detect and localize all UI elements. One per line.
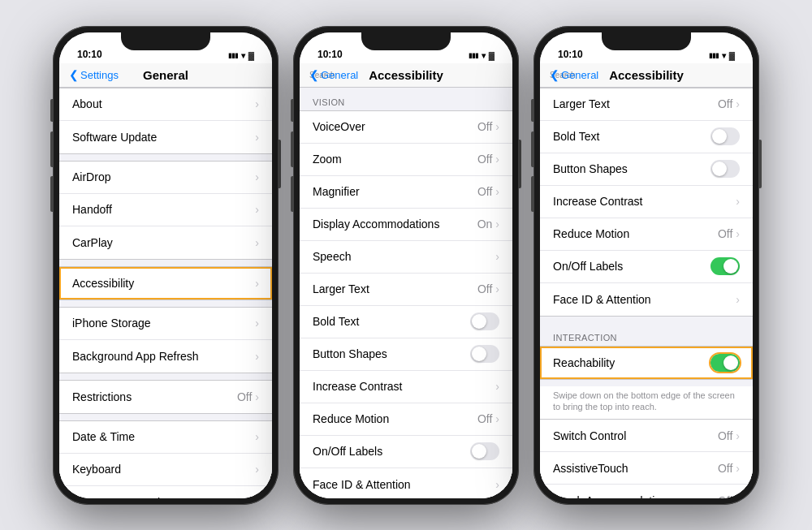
list-item-right: Off›	[718, 227, 740, 240]
chevron-right-icon: ›	[255, 463, 259, 476]
chevron-right-icon: ›	[736, 195, 740, 208]
list-item-right: ›	[255, 430, 259, 443]
list-item-increase-contrast[interactable]: Increase Contrast›	[300, 371, 512, 403]
list-item-touch-accommodations[interactable]: Touch AccommodationsOff›	[540, 485, 753, 498]
list-item-larger-text[interactable]: Larger TextOff›	[300, 274, 512, 306]
chevron-right-icon: ›	[255, 170, 259, 183]
list-item-right	[710, 127, 740, 145]
list-item-label: Background App Refresh	[72, 350, 199, 363]
list-item-assistivetouch[interactable]: AssistiveTouchOff›	[540, 452, 753, 485]
list-item-face-id--attention[interactable]: Face ID & Attention›	[540, 283, 753, 316]
list-item-right: Off›	[477, 153, 499, 166]
scroll-content: VISIONVoiceOverOff›ZoomOff›MagnifierOff›…	[300, 88, 512, 498]
list-item-face-id--attention[interactable]: Face ID & Attention›	[300, 468, 512, 498]
list-item-date--time[interactable]: Date & Time›	[59, 421, 272, 454]
chevron-right-icon: ›	[736, 429, 740, 442]
list-item-value: Off	[718, 227, 732, 240]
list-item-right: On›	[477, 218, 499, 231]
status-icons: ▮▮▮▾▓	[228, 51, 254, 60]
list-item-bold-text[interactable]: Bold Text	[300, 306, 512, 338]
status-time: 10:10	[317, 49, 343, 60]
list-item-right: ›	[736, 293, 740, 306]
chevron-right-icon: ›	[255, 350, 259, 363]
list-item-airdrop[interactable]: AirDrop›	[59, 162, 272, 194]
list-item-zoom[interactable]: ZoomOff›	[300, 144, 512, 176]
toggle[interactable]	[470, 442, 499, 460]
list-item-button-shapes[interactable]: Button Shapes	[300, 338, 512, 371]
list-item-bold-text[interactable]: Bold Text	[540, 121, 753, 153]
section-group-5: Date & Time›Keyboard›Language & Region›	[59, 420, 272, 498]
wifi-icon: ▾	[241, 51, 245, 60]
list-item-value: Off	[718, 462, 732, 475]
chevron-left-icon: ❮	[309, 68, 319, 81]
list-item-language--region[interactable]: Language & Region›	[59, 486, 272, 498]
list-item-label: Keyboard	[72, 463, 121, 476]
list-item-label: Language & Region	[72, 496, 173, 498]
signal-icon: ▮▮▮	[469, 52, 478, 59]
list-item-onoff-labels[interactable]: On/Off Labels	[540, 251, 753, 283]
list-item-handoff[interactable]: Handoff›	[59, 194, 272, 226]
nav-title: Accessibility	[369, 68, 443, 82]
list-item-label: Larger Text	[553, 97, 610, 110]
list-item-software-update[interactable]: Software Update›	[59, 121, 272, 153]
toggle[interactable]	[710, 257, 740, 275]
section-group-0: About›Software Update›	[59, 88, 272, 154]
list-item-accessibility[interactable]: Accessibility›	[59, 267, 272, 299]
list-item-right: ›	[495, 478, 499, 491]
phone-1: 10:10▮▮▮▾▓❮SettingsGeneralAbout›Software…	[53, 26, 279, 505]
nav-back-button[interactable]: ❮General	[309, 68, 358, 81]
nav-back-button[interactable]: ❮Settings	[69, 68, 119, 81]
list-item-iphone-storage[interactable]: iPhone Storage›	[59, 308, 272, 340]
list-item-about[interactable]: About›	[59, 88, 272, 121]
list-item-label: On/Off Labels	[313, 445, 382, 458]
phone-2: 10:10▮▮▮▾▓Search❮GeneralAccessibilityVIS…	[293, 26, 519, 505]
list-item-reduce-motion[interactable]: Reduce MotionOff›	[540, 218, 753, 251]
toggle[interactable]	[710, 160, 740, 178]
section-header-1: INTERACTION	[540, 323, 753, 346]
toggle[interactable]	[470, 312, 499, 330]
chevron-right-icon: ›	[736, 462, 740, 475]
list-item-right: ›	[495, 380, 499, 393]
list-item-reduce-motion[interactable]: Reduce MotionOff›	[300, 403, 512, 436]
toggle[interactable]	[470, 345, 499, 363]
list-item-switch-control[interactable]: Switch ControlOff›	[540, 420, 753, 452]
chevron-right-icon: ›	[255, 131, 259, 144]
list-item-right	[470, 442, 499, 460]
list-item-restrictions[interactable]: RestrictionsOff›	[59, 381, 272, 413]
list-item-label: Bold Text	[313, 315, 359, 328]
list-item-label: Magnifier	[313, 185, 360, 198]
list-item-right: ›	[255, 203, 259, 216]
list-item-label: Increase Contrast	[553, 195, 643, 208]
list-item-increase-contrast[interactable]: Increase Contrast›	[540, 186, 753, 218]
list-item-speech[interactable]: Speech›	[300, 241, 512, 274]
chevron-right-icon: ›	[495, 380, 499, 393]
list-item-larger-text[interactable]: Larger TextOff›	[540, 88, 753, 121]
status-time: 10:10	[77, 49, 102, 60]
list-item-background-app-refresh[interactable]: Background App Refresh›	[59, 340, 272, 373]
list-item-display-accommodations[interactable]: Display AccommodationsOn›	[300, 209, 512, 241]
chevron-right-icon: ›	[495, 153, 499, 166]
list-item-carplay[interactable]: CarPlay›	[59, 226, 272, 259]
wifi-icon: ▾	[722, 51, 726, 60]
list-item-right: Off›	[477, 120, 499, 133]
nav-bar: ❮SettingsGeneral	[59, 63, 272, 88]
chevron-left-icon: ❮	[550, 68, 559, 81]
chevron-right-icon: ›	[495, 412, 499, 425]
list-item-voiceover[interactable]: VoiceOverOff›	[300, 111, 512, 144]
list-item-button-shapes[interactable]: Button Shapes	[540, 153, 753, 186]
list-item-label: Larger Text	[313, 282, 369, 295]
list-item-label: On/Off Labels	[553, 260, 623, 273]
nav-title: General	[143, 68, 188, 82]
list-item-keyboard[interactable]: Keyboard›	[59, 454, 272, 486]
toggle[interactable]	[710, 127, 740, 145]
chevron-right-icon: ›	[736, 227, 740, 240]
list-item-label: Date & Time	[72, 430, 135, 443]
list-item-reachability[interactable]: Reachability	[540, 347, 753, 379]
nav-back-button[interactable]: ❮General	[550, 68, 598, 81]
chevron-right-icon: ›	[736, 293, 740, 306]
list-item-onoff-labels[interactable]: On/Off Labels	[300, 436, 512, 468]
list-item-magnifier[interactable]: MagnifierOff›	[300, 176, 512, 209]
section-group-1: AirDrop›Handoff›CarPlay›	[59, 161, 272, 260]
nav-bar: Search❮GeneralAccessibility	[300, 63, 512, 88]
toggle[interactable]	[710, 354, 740, 372]
